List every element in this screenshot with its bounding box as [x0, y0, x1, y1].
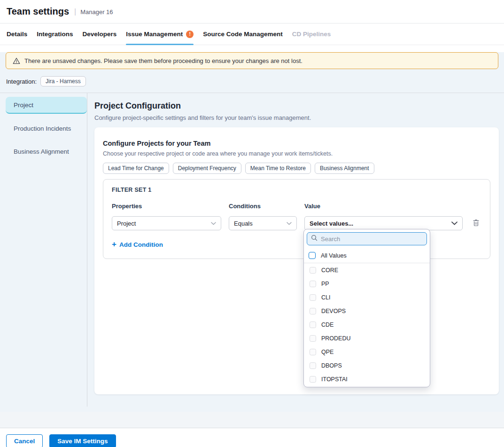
filter-set-box: FILTER SET 1 Properties Conditions Value…	[103, 179, 490, 259]
conditions-column-label: Conditions	[229, 203, 297, 210]
sidebar-item-project[interactable]: Project	[6, 97, 87, 114]
warning-message: There are unsaved changes. Please save t…	[24, 57, 302, 64]
filter-condition-row: Project Equals	[112, 216, 481, 230]
main-panel: Project Configuration Configure project-…	[87, 93, 504, 407]
sidebar-item-business-alignment[interactable]: Business Alignment	[6, 143, 87, 160]
cancel-button[interactable]: Cancel	[6, 434, 43, 447]
checkbox-unchecked[interactable]	[310, 281, 316, 287]
tab-developers[interactable]: Developers	[83, 24, 117, 45]
select-all-label: All Values	[321, 252, 347, 259]
integration-chip[interactable]: Jira - Harness	[40, 76, 86, 86]
team-name: Manager 16	[80, 8, 113, 16]
filter-column-labels: Properties Conditions Value	[112, 203, 481, 210]
trash-icon	[473, 219, 480, 228]
dropdown-option-devops[interactable]: DEVOPS	[304, 304, 430, 318]
title-separator: |	[74, 8, 76, 16]
option-label: PP	[321, 281, 329, 287]
plus-icon: +	[112, 240, 116, 249]
alert-badge-icon: !	[186, 31, 194, 38]
metric-chip-lead-time-for-change[interactable]: Lead Time for Change	[103, 163, 169, 174]
filter-set-title: FILTER SET 1	[112, 187, 481, 193]
metric-chip-deployment-frequency[interactable]: Deployment Frequency	[173, 163, 241, 174]
option-label: CLI	[321, 294, 330, 301]
team-settings-page: Team settings | Manager 16 DetailsIntegr…	[0, 0, 504, 447]
option-label: QPE	[321, 349, 333, 355]
add-condition-label: Add Condition	[119, 241, 163, 248]
tab-source-code-management[interactable]: Source Code Management	[203, 24, 283, 45]
dropdown-option-cde[interactable]: CDE	[304, 318, 430, 331]
card-subtitle: Choose your respective project or code a…	[103, 150, 490, 157]
metric-chip-mean-time-to-restore[interactable]: Mean Time to Restore	[245, 163, 311, 174]
properties-select-value: Project	[117, 220, 136, 227]
integration-row: Integration: Jira - Harness	[6, 76, 504, 93]
tab-issue-management[interactable]: Issue Management!	[126, 24, 194, 45]
select-all-option[interactable]: All Values	[304, 248, 430, 263]
page-title: Team settings	[7, 6, 69, 17]
checkbox-unchecked[interactable]	[309, 252, 316, 259]
dropdown-option-pipe[interactable]: PIPE	[304, 386, 430, 387]
chevron-down-icon	[451, 221, 457, 225]
dropdown-option-prodedu[interactable]: PRODEDU	[304, 331, 430, 345]
conditions-select[interactable]: Equals	[229, 216, 297, 230]
chevron-down-icon	[211, 222, 216, 225]
unsaved-changes-banner: There are unsaved changes. Please save t…	[6, 52, 498, 69]
value-column-label: Value	[304, 203, 463, 210]
metric-chips-row: Lead Time for ChangeDeployment Frequency…	[103, 163, 490, 174]
checkbox-unchecked[interactable]	[310, 362, 316, 369]
footer-spacer	[0, 412, 504, 428]
settings-tab-bar: DetailsIntegrationsDevelopersIssue Manag…	[0, 24, 504, 45]
dropdown-option-cli[interactable]: CLI	[304, 290, 430, 304]
tab-label: Source Code Management	[203, 31, 283, 38]
search-input[interactable]	[321, 235, 423, 243]
dropdown-option-dbops[interactable]: DBOPS	[304, 359, 430, 372]
option-label: CDE	[321, 322, 333, 328]
footer-actions: Cancel Save IM Settings	[0, 428, 504, 447]
properties-column-label: Properties	[112, 203, 221, 210]
search-icon	[311, 235, 318, 243]
checkbox-unchecked[interactable]	[310, 376, 316, 383]
warning-icon	[13, 57, 20, 64]
page-header: Team settings | Manager 16	[0, 0, 504, 24]
checkbox-unchecked[interactable]	[310, 308, 316, 314]
value-multiselect[interactable]: Select values...	[304, 216, 463, 230]
dropdown-search[interactable]	[307, 232, 427, 245]
tab-details[interactable]: Details	[7, 24, 27, 45]
checkbox-unchecked[interactable]	[310, 267, 316, 274]
tab-integrations[interactable]: Integrations	[37, 24, 73, 45]
chevron-down-icon	[287, 222, 292, 225]
checkbox-unchecked[interactable]	[310, 349, 316, 355]
section-title: Project Configuration	[94, 101, 499, 111]
dropdown-option-itopstai[interactable]: ITOPSTAI	[304, 372, 430, 386]
card-title: Configure Projects for your Team	[103, 140, 490, 147]
option-label: PRODEDU	[321, 335, 351, 342]
value-select-placeholder: Select values...	[310, 220, 353, 227]
dropdown-options-list: COREPPCLIDEVOPSCDEPRODEDUQPEDBOPSITOPSTA…	[304, 263, 430, 387]
section-subtitle: Configure project-specific settings and …	[94, 114, 499, 121]
integration-label: Integration:	[6, 78, 37, 85]
tab-label: Details	[7, 31, 27, 38]
option-label: ITOPSTAI	[321, 376, 348, 383]
save-im-settings-button[interactable]: Save IM Settings	[49, 434, 116, 447]
tab-cd-pipelines: CD Pipelines	[292, 24, 331, 45]
conditions-select-value: Equals	[234, 220, 253, 227]
delete-filter-button[interactable]	[472, 218, 481, 229]
settings-sidebar: ProjectProduction IncidentsBusiness Alig…	[0, 93, 87, 407]
properties-select[interactable]: Project	[112, 216, 221, 230]
tab-label: Integrations	[37, 31, 73, 38]
value-dropdown-panel: All Values COREPPCLIDEVOPSCDEPRODEDUQPED…	[303, 229, 430, 387]
checkbox-unchecked[interactable]	[310, 335, 316, 342]
checkbox-unchecked[interactable]	[310, 322, 316, 328]
checkbox-unchecked[interactable]	[310, 294, 316, 301]
dropdown-option-core[interactable]: CORE	[304, 263, 430, 277]
sidebar-item-production-incidents[interactable]: Production Incidents	[6, 120, 87, 137]
add-condition-button[interactable]: + Add Condition	[112, 240, 163, 249]
tab-label: CD Pipelines	[292, 31, 331, 38]
option-label: DBOPS	[321, 362, 342, 369]
option-label: DEVOPS	[321, 308, 346, 314]
option-label: CORE	[321, 267, 338, 274]
tab-label: Issue Management	[126, 31, 183, 38]
dropdown-option-qpe[interactable]: QPE	[304, 345, 430, 359]
configure-projects-card: Configure Projects for your Team Choose …	[94, 127, 499, 394]
metric-chip-business-alignment[interactable]: Business Alignment	[315, 163, 374, 174]
dropdown-option-pp[interactable]: PP	[304, 277, 430, 290]
